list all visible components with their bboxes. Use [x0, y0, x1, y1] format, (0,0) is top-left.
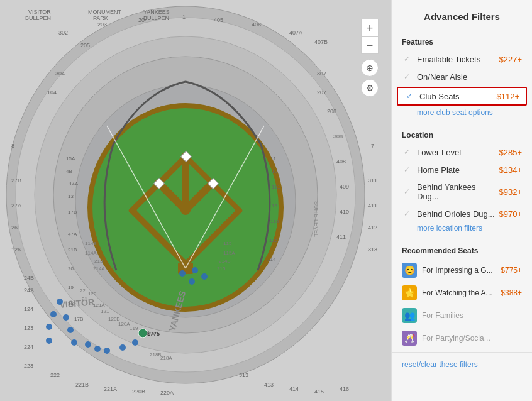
svg-text:14A: 14A — [69, 181, 79, 187]
svg-text:215: 215 — [217, 266, 226, 272]
svg-text:411: 411 — [336, 234, 346, 240]
svg-text:313: 313 — [239, 372, 248, 378]
location-item-1[interactable]: ✓Home Plate$134+ — [392, 161, 532, 179]
svg-text:16: 16 — [272, 203, 277, 209]
recommended-icon-0: 😊 — [402, 263, 417, 278]
svg-point-108 — [201, 273, 208, 280]
location-check-icon-3: ✓ — [402, 209, 412, 219]
svg-text:17B: 17B — [146, 331, 155, 336]
svg-text:24B: 24B — [24, 275, 34, 281]
recommended-icon-1: ⭐ — [402, 285, 417, 300]
svg-text:408: 408 — [336, 158, 346, 165]
check-icon-1: ✓ — [402, 72, 412, 82]
svg-text:214A: 214A — [93, 266, 105, 272]
svg-text:121: 121 — [101, 309, 109, 314]
location-section-title: Location — [392, 123, 532, 143]
svg-text:218A: 218A — [160, 355, 172, 361]
svg-text:204: 204 — [138, 17, 148, 23]
features-section-title: Features — [392, 30, 532, 50]
recommended-label-3: For Partying/Socia... — [422, 334, 522, 343]
svg-text:223: 223 — [24, 363, 33, 369]
svg-text:8: 8 — [11, 143, 14, 149]
features-list: ✓Emailable Tickets$227+✓On/Near Aisle✓Cl… — [392, 50, 532, 106]
location-check-icon-0: ✓ — [402, 147, 412, 157]
svg-text:22: 22 — [80, 288, 86, 294]
svg-text:20: 20 — [68, 266, 74, 272]
feature-label-2: Club Seats — [419, 92, 494, 101]
svg-text:207: 207 — [317, 89, 326, 96]
svg-text:13: 13 — [68, 194, 74, 199]
zoom-out-button[interactable]: − — [361, 36, 379, 54]
svg-text:205: 205 — [80, 42, 90, 48]
location-label-3: Behind Orioles Dug... — [417, 209, 496, 219]
svg-point-94 — [57, 299, 63, 305]
svg-point-102 — [94, 346, 101, 352]
recommended-item-3[interactable]: 🥂For Partying/Socia... — [392, 327, 532, 349]
svg-text:121A: 121A — [93, 302, 105, 308]
svg-text:208: 208 — [327, 108, 336, 114]
svg-text:415: 415 — [314, 388, 324, 395]
svg-text:213: 213 — [94, 258, 103, 264]
recommended-list: 😊For Impressing a G...$775+⭐For Watching… — [392, 259, 532, 349]
zoom-in-button[interactable]: + — [361, 19, 379, 36]
svg-text:10: 10 — [272, 168, 277, 174]
location-label-0: Lower Level — [417, 148, 496, 157]
svg-text:PARK: PARK — [93, 15, 108, 21]
svg-text:410: 410 — [340, 209, 349, 215]
svg-text:122: 122 — [88, 291, 97, 297]
svg-text:111: 111 — [272, 184, 280, 190]
more-club-link[interactable]: more club seat options — [392, 107, 532, 123]
location-price-2: $932+ — [499, 187, 522, 197]
svg-text:307: 307 — [317, 70, 326, 77]
svg-text:17B: 17B — [68, 209, 77, 215]
recommended-item-1[interactable]: ⭐For Watching the A...$388+ — [392, 282, 532, 304]
svg-text:302: 302 — [58, 30, 68, 36]
svg-text:214B: 214B — [219, 258, 231, 264]
svg-text:304: 304 — [55, 70, 65, 77]
feature-item-2[interactable]: ✓Club Seats$112+ — [397, 87, 527, 106]
feature-item-1[interactable]: ✓On/Near Aisle — [392, 68, 532, 85]
svg-text:11: 11 — [270, 156, 276, 162]
recommended-item-0[interactable]: 😊For Impressing a G...$775+ — [392, 259, 532, 282]
svg-text:203: 203 — [97, 21, 107, 28]
svg-text:26: 26 — [11, 224, 18, 231]
recommended-section-title: Recommended Seats — [392, 239, 532, 259]
svg-text:123: 123 — [24, 325, 33, 331]
svg-text:119: 119 — [130, 326, 138, 331]
compass-button[interactable]: ⊕ — [361, 59, 379, 77]
more-location-link[interactable]: more location filters — [392, 222, 532, 239]
recommended-icon-3: 🥂 — [402, 331, 417, 346]
feature-item-0[interactable]: ✓Emailable Tickets$227+ — [392, 50, 532, 68]
svg-point-100 — [71, 339, 77, 346]
svg-text:MONUMENT: MONUMENT — [88, 9, 121, 15]
svg-point-95 — [50, 311, 57, 317]
svg-text:120A: 120A — [118, 321, 130, 327]
svg-text:218B: 218B — [150, 352, 162, 358]
svg-text:407A: 407A — [289, 30, 302, 36]
svg-text:4B: 4B — [66, 168, 72, 174]
svg-text:114A: 114A — [85, 250, 97, 256]
feature-price-2: $112+ — [496, 92, 519, 101]
location-label-2: Behind Yankees Dug... — [417, 182, 496, 201]
svg-text:24A: 24A — [24, 287, 34, 294]
svg-text:15A: 15A — [66, 156, 75, 162]
svg-text:17B: 17B — [74, 316, 83, 322]
svg-text:411: 411 — [368, 202, 377, 209]
settings-button[interactable]: ⚙ — [361, 79, 379, 97]
map-area[interactable]: 8 27B 27A 26 126 7 311 411 412 313 MONUM… — [0, 0, 391, 401]
svg-text:414: 414 — [289, 386, 299, 392]
location-item-2[interactable]: ✓Behind Yankees Dug...$932+ — [392, 179, 532, 205]
svg-text:221B: 221B — [75, 382, 89, 388]
svg-text:21: 21 — [82, 296, 87, 302]
location-item-3[interactable]: ✓Behind Orioles Dug...$970+ — [392, 205, 532, 222]
svg-text:124: 124 — [24, 306, 33, 312]
location-label-1: Home Plate — [417, 165, 496, 175]
recommended-item-2[interactable]: 👥For Families — [392, 304, 532, 327]
svg-text:115: 115 — [269, 238, 278, 243]
reset-link[interactable]: reset/clear these filters — [392, 352, 532, 376]
location-item-0[interactable]: ✓Lower Level$285+ — [392, 143, 532, 161]
svg-text:224: 224 — [24, 344, 33, 350]
check-icon-2: ✓ — [404, 91, 414, 101]
svg-text:7: 7 — [371, 143, 374, 149]
check-icon-0: ✓ — [402, 54, 412, 64]
